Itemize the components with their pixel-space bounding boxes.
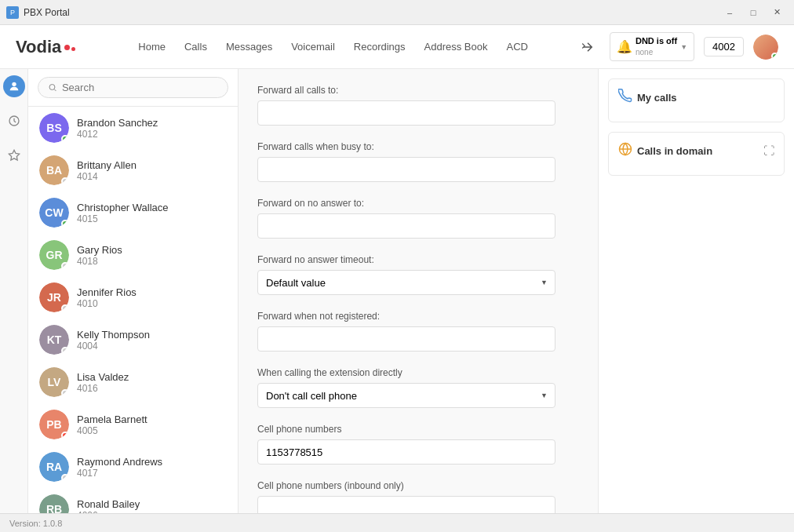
titlebar-title: PBX Portal [24, 7, 70, 18]
forward-busy-input[interactable] [257, 157, 555, 182]
sidebar-icon-rail [0, 69, 28, 513]
nav-acd[interactable]: ACD [504, 38, 529, 56]
contact-avatar: PB [39, 410, 69, 439]
transfer-icon-button[interactable] [575, 35, 600, 60]
nav-calls[interactable]: Calls [183, 38, 209, 56]
my-calls-card: My calls [608, 78, 785, 122]
contact-ext: 4015 [77, 213, 169, 224]
minimize-button[interactable]: – [719, 2, 741, 24]
form-content: Forward all calls to: Forward calls when… [239, 69, 598, 513]
search-icon [48, 82, 57, 93]
logo: Vodia [16, 37, 75, 57]
search-bar [28, 69, 238, 107]
sidebar-icon-contacts[interactable] [3, 75, 25, 97]
titlebar: P PBX Portal – □ ✕ [0, 0, 794, 25]
my-calls-header: My calls [618, 89, 774, 106]
status-dot [61, 135, 69, 143]
svg-point-3 [49, 85, 55, 90]
content-area: Forward all calls to: Forward calls when… [239, 69, 598, 513]
contact-name: Lisa Valdez [77, 371, 129, 383]
list-item[interactable]: BS Brandon Sanchez 4012 [28, 107, 238, 149]
logo-dot-small [71, 47, 75, 51]
nav-address-book[interactable]: Address Book [423, 38, 490, 56]
footer: Version: 1.0.8 [0, 513, 794, 532]
contact-ext: 4018 [77, 256, 122, 267]
forward-not-reg-input[interactable] [257, 326, 555, 352]
status-dot [61, 304, 69, 312]
contact-name: Christopher Wallace [77, 202, 169, 213]
contact-name: Brittany Allen [77, 159, 137, 171]
list-item[interactable]: JR Jennifer Rios 4010 [28, 276, 238, 319]
phone-icon [618, 89, 632, 106]
app-icon: P [6, 6, 19, 19]
sidebar-icon-favorites[interactable] [3, 144, 25, 166]
forward-not-reg-label: Forward when not registered: [257, 311, 579, 322]
status-dot [61, 177, 69, 185]
status-dot [61, 432, 69, 439]
user-avatar[interactable] [753, 35, 778, 60]
nav-voicemail[interactable]: Voicemail [290, 38, 337, 56]
list-item[interactable]: BA Brittany Allen 4014 [28, 149, 238, 191]
list-item[interactable]: CW Christopher Wallace 4015 [28, 191, 238, 234]
sidebar: BS Brandon Sanchez 4012 BA Brittany Alle… [28, 69, 239, 513]
forward-no-answer-label: Forward on no answer to: [257, 198, 579, 209]
expand-icon[interactable]: ⛶ [763, 144, 774, 157]
nav-messages[interactable]: Messages [224, 38, 274, 56]
globe-icon [618, 142, 632, 159]
contact-info: Ronald Bailey 4006 [77, 498, 140, 514]
cell-inbound-input[interactable] [257, 496, 555, 513]
contact-avatar: BA [39, 155, 69, 185]
calling-direct-label: When calling the extension directly [257, 367, 579, 378]
cell-numbers-input[interactable] [257, 439, 555, 465]
list-item[interactable]: KT Kelly Thompson 4004 [28, 319, 238, 361]
sidebar-icon-recent[interactable] [3, 110, 25, 132]
main-layout: BS Brandon Sanchez 4012 BA Brittany Alle… [0, 69, 794, 513]
contact-info: Jennifer Rios 4010 [77, 286, 137, 309]
logo-text: Vodia [16, 37, 61, 57]
nav-home[interactable]: Home [137, 38, 167, 56]
contact-list: BS Brandon Sanchez 4012 BA Brittany Alle… [28, 107, 238, 513]
contact-name: Ronald Bailey [77, 498, 140, 510]
list-item[interactable]: GR Gary Rios 4018 [28, 234, 238, 276]
contact-ext: 4012 [77, 129, 158, 140]
close-button[interactable]: ✕ [766, 2, 788, 24]
dnd-button[interactable]: 🔔 DND is off none ▼ [610, 32, 694, 60]
calling-direct-select[interactable]: Don't call cell phone Call cell phone Ca… [257, 383, 555, 408]
list-item[interactable]: LV Lisa Valdez 4016 [28, 361, 238, 403]
maximize-button[interactable]: □ [742, 2, 764, 24]
svg-line-4 [54, 89, 56, 91]
nav-recordings[interactable]: Recordings [352, 38, 407, 56]
contact-name: Raymond Andrews [77, 456, 162, 468]
my-calls-title: My calls [618, 89, 677, 106]
svg-marker-2 [9, 150, 19, 160]
forward-timeout-select[interactable]: Default value 10 seconds 20 seconds 30 s… [257, 270, 555, 295]
list-item[interactable]: PB Pamela Barnett 4005 [28, 403, 238, 446]
logo-dots [64, 45, 75, 51]
list-item[interactable]: RB Ronald Bailey 4006 [28, 488, 238, 513]
forward-all-input[interactable] [257, 100, 555, 126]
header-right: 🔔 DND is off none ▼ 4002 [575, 32, 778, 60]
forward-timeout-label: Forward no answer timeout: [257, 254, 579, 265]
status-dot [61, 389, 69, 397]
contact-avatar: BS [39, 113, 69, 143]
calling-direct-select-wrap: Don't call cell phone Call cell phone Ca… [257, 383, 555, 408]
contact-info: Lisa Valdez 4016 [77, 371, 129, 394]
extension-badge: 4002 [704, 37, 744, 56]
search-input[interactable] [62, 82, 218, 93]
cell-inbound-label: Cell phone numbers (inbound only) [257, 480, 579, 491]
forward-no-answer-input[interactable] [257, 213, 555, 239]
forward-timeout-select-wrap: Default value 10 seconds 20 seconds 30 s… [257, 270, 555, 295]
contact-avatar: RA [39, 452, 69, 482]
titlebar-left: P PBX Portal [6, 6, 70, 19]
calls-domain-card: Calls in domain ⛶ [608, 132, 785, 176]
contact-name: Pamela Barnett [77, 414, 148, 425]
contact-avatar: CW [39, 198, 69, 228]
contact-info: Pamela Barnett 4005 [77, 414, 148, 436]
contact-avatar: RB [39, 494, 69, 513]
contact-name: Gary Rios [77, 244, 122, 256]
forward-all-group: Forward all calls to: [257, 85, 579, 126]
chevron-down-icon: ▼ [680, 43, 687, 51]
cell-inbound-group: Cell phone numbers (inbound only) [257, 480, 579, 513]
forward-busy-group: Forward calls when busy to: [257, 141, 579, 182]
list-item[interactable]: RA Raymond Andrews 4017 [28, 446, 238, 488]
